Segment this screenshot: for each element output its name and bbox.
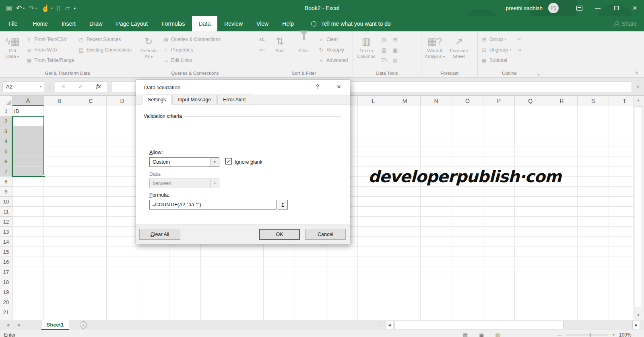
scroll-down-icon[interactable]: ▼ xyxy=(634,311,642,320)
column-header-q[interactable]: Q xyxy=(515,96,546,106)
cell-g16[interactable] xyxy=(201,257,232,267)
confirm-entry-icon[interactable]: ✓ xyxy=(78,83,83,90)
cell-q5[interactable] xyxy=(515,146,546,156)
cancel-entry-icon[interactable]: × xyxy=(62,83,65,90)
cell-q13[interactable] xyxy=(515,227,546,237)
cell-a10[interactable] xyxy=(12,197,44,207)
cell-c1[interactable] xyxy=(75,106,107,116)
cell-q15[interactable] xyxy=(515,247,546,257)
what-if-analysis-button[interactable]: ▦?What-IfAnalysis ▾ xyxy=(423,33,446,60)
cell-f17[interactable] xyxy=(169,267,201,277)
cell-b10[interactable] xyxy=(44,197,75,207)
cell-k18[interactable] xyxy=(326,277,358,287)
consolidate-button[interactable]: ⊞ xyxy=(390,34,400,45)
cell-b21[interactable] xyxy=(44,307,75,317)
cell-b14[interactable] xyxy=(44,237,75,247)
cell-d20[interactable] xyxy=(107,297,138,307)
tab-input-message[interactable]: Input Message xyxy=(172,95,217,104)
relationships-button[interactable]: ▣ xyxy=(390,45,400,55)
cell-m5[interactable] xyxy=(389,146,421,156)
cell-l12[interactable] xyxy=(358,217,389,227)
tab-help[interactable]: Help xyxy=(275,16,301,31)
cell-e20[interactable] xyxy=(138,297,169,307)
sort-button[interactable]: ⇅Sort xyxy=(268,33,291,54)
cell-m14[interactable] xyxy=(389,237,421,247)
row-header-15[interactable]: 15 xyxy=(0,247,12,257)
column-header-c[interactable]: C xyxy=(75,96,107,106)
cell-d16[interactable] xyxy=(107,257,138,267)
tab-draw[interactable]: Draw xyxy=(83,16,109,31)
text-to-columns-button[interactable]: ▥Text toColumns xyxy=(355,33,378,59)
cell-s18[interactable] xyxy=(578,277,609,287)
cell-b1[interactable] xyxy=(44,106,75,116)
cell-o1[interactable] xyxy=(452,106,483,116)
cell-a5[interactable] xyxy=(12,146,44,156)
cell-a17[interactable] xyxy=(12,267,44,277)
column-header-t[interactable]: T xyxy=(609,96,634,106)
cell-a14[interactable] xyxy=(12,237,44,247)
cell-m1[interactable] xyxy=(389,106,421,116)
cell-p19[interactable] xyxy=(483,287,515,297)
cell-t17[interactable] xyxy=(609,267,634,277)
row-header-19[interactable]: 19 xyxy=(0,287,12,297)
queries-connections-button[interactable]: ▤Queries & Connections xyxy=(161,34,222,45)
tab-view[interactable]: View xyxy=(250,16,275,31)
cell-l20[interactable] xyxy=(358,297,389,307)
cell-n9[interactable] xyxy=(421,187,452,197)
cell-d18[interactable] xyxy=(107,277,138,287)
cell-r19[interactable] xyxy=(546,287,578,297)
cell-p21[interactable] xyxy=(483,307,515,317)
cell-p12[interactable] xyxy=(483,217,515,227)
cell-g17[interactable] xyxy=(201,267,232,277)
cell-a20[interactable] xyxy=(12,297,44,307)
cell-g18[interactable] xyxy=(201,277,232,287)
cell-s19[interactable] xyxy=(578,287,609,297)
cell-m2[interactable] xyxy=(389,116,421,126)
advanced-button[interactable]: ⋎Advanced xyxy=(316,55,349,66)
sort-z-to-a-button[interactable]: ZA↓ xyxy=(257,45,267,55)
cell-o19[interactable] xyxy=(452,287,483,297)
cell-r4[interactable] xyxy=(546,136,578,146)
row-header-16[interactable]: 16 xyxy=(0,257,12,267)
cell-n2[interactable] xyxy=(421,116,452,126)
cell-h16[interactable] xyxy=(232,257,264,267)
cell-a16[interactable] xyxy=(12,257,44,267)
cell-b11[interactable] xyxy=(44,207,75,217)
cell-t14[interactable] xyxy=(609,237,634,247)
new-file-icon[interactable]: ▯ xyxy=(57,4,60,12)
cell-q9[interactable] xyxy=(515,187,546,197)
scroll-left-icon[interactable]: ◀ xyxy=(386,321,393,329)
cell-j20[interactable] xyxy=(295,297,326,307)
cell-o18[interactable] xyxy=(452,277,483,287)
cell-b8[interactable] xyxy=(44,177,75,187)
cell-r21[interactable] xyxy=(546,307,578,317)
sort-a-to-z-button[interactable]: AZ↓ xyxy=(257,34,267,45)
cell-l9[interactable] xyxy=(358,187,389,197)
cell-a3[interactable] xyxy=(12,126,44,136)
from-text-csv-button[interactable]: ▯From Text/CSV xyxy=(24,34,76,45)
cell-f16[interactable] xyxy=(169,257,201,267)
cell-r11[interactable] xyxy=(546,207,578,217)
cell-r1[interactable] xyxy=(546,106,578,116)
cell-q14[interactable] xyxy=(515,237,546,247)
name-box[interactable]: A2 ▾ xyxy=(2,81,44,92)
cell-o15[interactable] xyxy=(452,247,483,257)
cell-n10[interactable] xyxy=(421,197,452,207)
cell-a7[interactable] xyxy=(12,166,44,177)
cell-l3[interactable] xyxy=(358,126,389,136)
cell-g21[interactable] xyxy=(201,307,232,317)
cell-s14[interactable] xyxy=(578,237,609,247)
cell-l16[interactable] xyxy=(358,257,389,267)
row-header-9[interactable]: 9 xyxy=(0,187,12,197)
cell-s11[interactable] xyxy=(578,207,609,217)
cell-p14[interactable] xyxy=(483,237,515,247)
cell-m18[interactable] xyxy=(389,277,421,287)
cell-c3[interactable] xyxy=(75,126,107,136)
cell-t11[interactable] xyxy=(609,207,634,217)
cell-b5[interactable] xyxy=(44,146,75,156)
cell-l17[interactable] xyxy=(358,267,389,277)
recent-sources-button[interactable]: ◷Recent Sources xyxy=(76,34,133,45)
cell-q16[interactable] xyxy=(515,257,546,267)
cell-t15[interactable] xyxy=(609,247,634,257)
ignore-blank-checkbox[interactable]: ✓ xyxy=(225,158,232,164)
